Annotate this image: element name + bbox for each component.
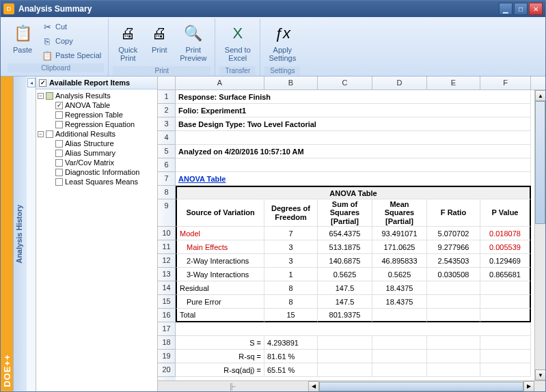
anova-cell[interactable]: 46.895833 [372, 254, 427, 268]
col-header-B[interactable]: B [264, 76, 318, 89]
tree-item-diagnostic-info[interactable]: Diagnostic Information [36, 167, 157, 177]
cell[interactable]: Analyzed on 4/20/2016 10:57:10 AM [176, 145, 531, 158]
anova-cell[interactable]: 93.491071 [372, 227, 427, 240]
cell[interactable] [372, 363, 427, 377]
check-all-icon[interactable] [39, 79, 46, 87]
anova-cell[interactable]: 5.070702 [427, 227, 480, 240]
close-button[interactable]: ✕ [529, 3, 543, 15]
anova-cell[interactable]: 3 [264, 240, 318, 254]
row-header[interactable]: 16 [158, 309, 176, 322]
tree-group-analysis-results[interactable]: − Analysis Results [36, 91, 157, 100]
cell[interactable]: Response: Surface Finish [176, 90, 531, 104]
scroll-down-button[interactable]: ▼ [535, 369, 545, 380]
anova-cell[interactable]: 140.6875 [318, 254, 372, 268]
anova-cell[interactable]: 0.018078 [480, 227, 531, 240]
anova-cell[interactable]: 0.129469 [480, 254, 531, 268]
anova-cell[interactable] [427, 309, 480, 322]
minimize-button[interactable]: ▁ [499, 3, 513, 15]
cell[interactable] [480, 336, 531, 350]
cells-grid[interactable]: Response: Surface FinishFolio: Experimen… [176, 90, 545, 380]
tree-item-lsm[interactable]: Least Squares Means [36, 177, 157, 186]
anova-cell[interactable]: 18.4375 [372, 295, 427, 309]
cell[interactable] [318, 363, 372, 377]
cell[interactable] [372, 336, 427, 350]
tree-item-anova[interactable]: ANOVA Table [36, 100, 157, 110]
row-header[interactable]: 15 [158, 295, 176, 309]
copy-button[interactable]: ⎘Copy [39, 34, 104, 48]
cell[interactable] [427, 336, 480, 350]
anova-cell[interactable]: 0.005539 [480, 240, 531, 254]
row-header[interactable]: 3 [158, 117, 176, 131]
checkbox-icon[interactable] [55, 102, 63, 109]
scroll-right-button[interactable]: ▶ [523, 381, 534, 392]
paste-button[interactable]: 📋 Paste [8, 20, 38, 57]
cell[interactable]: Folio: Experiment1 [176, 104, 531, 117]
anova-cell[interactable] [427, 295, 480, 309]
row-header[interactable]: 2 [158, 104, 176, 117]
checkbox-icon[interactable] [55, 150, 63, 157]
paste-special-button[interactable]: 📋Paste Special [39, 48, 104, 62]
anova-cell[interactable]: Model [176, 227, 264, 240]
row-header[interactable]: 12 [158, 254, 176, 268]
sheet-body[interactable]: 1234567891011121314151617181920 Response… [158, 90, 545, 380]
anova-cell[interactable]: 3 [264, 254, 318, 268]
anova-cell[interactable]: 147.5 [318, 281, 372, 295]
apply-settings-button[interactable]: ƒx Apply Settings [264, 20, 300, 65]
tree-item-alias-summary[interactable]: Alias Summary [36, 148, 157, 158]
scroll-up-button[interactable]: ▲ [535, 90, 545, 101]
cell[interactable] [176, 322, 531, 336]
anova-cell[interactable] [480, 281, 531, 295]
anova-cell[interactable] [480, 295, 531, 309]
anova-cell[interactable] [372, 309, 427, 322]
row-header[interactable]: 11 [158, 240, 176, 254]
anova-cell[interactable]: 8 [264, 295, 318, 309]
tree-item-regression-table[interactable]: Regression Table [36, 110, 157, 120]
stat-label[interactable]: S = [176, 336, 264, 350]
anova-cell[interactable]: 654.4375 [318, 227, 372, 240]
row-header[interactable]: 18 [158, 336, 176, 350]
row-header[interactable]: 5 [158, 145, 176, 158]
cell[interactable] [480, 363, 531, 377]
cell[interactable] [372, 350, 427, 363]
anova-link[interactable]: ANOVA Table [176, 172, 531, 186]
anova-cell[interactable]: 147.5 [318, 295, 372, 309]
tree-item-alias-structure[interactable]: Alias Structure [36, 139, 157, 148]
checkbox-icon[interactable] [55, 111, 63, 119]
anova-cell[interactable]: Residual [176, 281, 264, 295]
checkbox-icon[interactable] [46, 130, 53, 138]
scroll-left-button[interactable]: ◀ [308, 381, 319, 392]
cell[interactable] [318, 336, 372, 350]
vertical-scrollbar[interactable]: ▲ ▼ [534, 90, 545, 380]
quick-print-button[interactable]: 🖨 Quick Print [113, 20, 143, 65]
row-header[interactable]: 17 [158, 322, 176, 336]
col-header-F[interactable]: F [480, 76, 531, 89]
stat-value[interactable]: 4.293891 [264, 336, 318, 350]
select-all-cell[interactable] [158, 76, 176, 89]
stat-value[interactable]: 65.51 % [264, 363, 318, 377]
row-header[interactable]: 14 [158, 281, 176, 295]
send-to-excel-button[interactable]: X Send to Excel [221, 20, 255, 65]
row-header[interactable]: 7 [158, 172, 176, 186]
row-header[interactable]: 4 [158, 131, 176, 145]
col-header-A[interactable]: A [176, 76, 264, 89]
row-header[interactable]: 19 [158, 350, 176, 363]
stat-label[interactable]: R-sq = [176, 350, 264, 363]
col-header-D[interactable]: D [372, 76, 427, 89]
anova-cell[interactable]: 7 [264, 227, 318, 240]
col-header-C[interactable]: C [318, 76, 372, 89]
tree-item-regression-equation[interactable]: Regression Equation [36, 120, 157, 129]
checkbox-icon[interactable] [55, 140, 63, 148]
cell[interactable]: Base Design Type: Two Level Factorial [176, 117, 531, 131]
row-header[interactable]: 9 [158, 199, 176, 227]
anova-cell[interactable] [427, 281, 480, 295]
anova-cell[interactable]: 1 [264, 268, 318, 281]
anova-cell[interactable]: Main Effects [176, 240, 264, 254]
cell[interactable] [427, 350, 480, 363]
checkbox-icon[interactable] [46, 92, 53, 100]
anova-cell[interactable]: 0.5625 [372, 268, 427, 281]
anova-cell[interactable]: 18.4375 [372, 281, 427, 295]
collapse-icon[interactable]: − [38, 131, 44, 137]
row-header[interactable]: 10 [158, 227, 176, 240]
anova-cell[interactable]: 0.5625 [318, 268, 372, 281]
row-header[interactable]: 20 [158, 363, 176, 377]
